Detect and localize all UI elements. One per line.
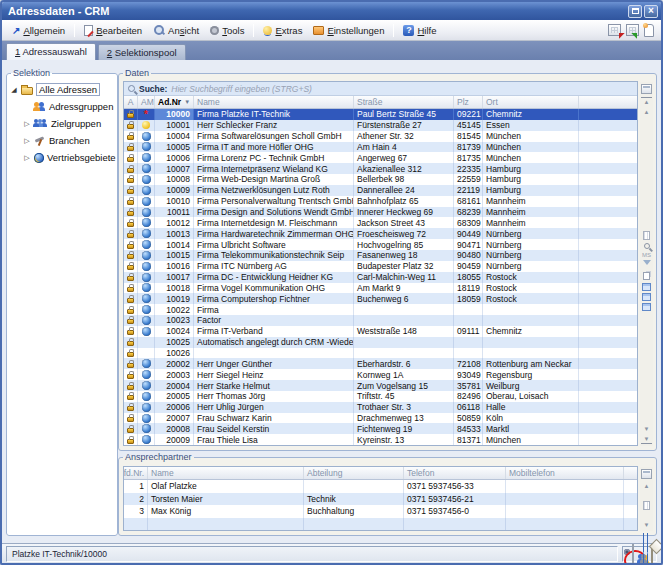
column-chooser-icon[interactable]	[641, 84, 652, 94]
scroll-top-icon[interactable]: ▲	[641, 97, 652, 106]
address-row[interactable]: 10012Firma Internetdesign M. Fleischmann…	[124, 217, 637, 228]
address-row[interactable]: 20003Herr Siegel HeinzKornweg 1A93049Reg…	[124, 369, 637, 380]
address-row[interactable]: 20006Herr Uhlig JürgenTrothaer Str. 3061…	[124, 402, 637, 413]
column-header-ad-nr[interactable]: Ad.Nr▼	[155, 96, 194, 108]
address-row[interactable]: 20004Herr Starke HelmutZum Vogelsang 153…	[124, 380, 637, 391]
tree-item-branchen[interactable]: ▷Branchen	[10, 132, 116, 149]
contact-row[interactable]: 1Olaf Platzke0371 5937456-33	[124, 480, 637, 493]
tree-item-alle-adressen[interactable]: ◢Alle Adressen	[10, 81, 116, 98]
expander-collapsed[interactable]: ▷	[23, 154, 31, 162]
address-row[interactable]: 10018Firma Vogel Kommunikation OHGAm Mar…	[124, 283, 637, 294]
column-header-ort[interactable]: Ort	[483, 96, 579, 108]
address-row[interactable]: 20005Herr Thomas JörgTriftstr. 4582496Ob…	[124, 391, 637, 402]
address-row[interactable]: 10004Firma Softwarelösungen Scholl GmbHA…	[124, 131, 637, 142]
address-row[interactable]: 10023Factor	[124, 315, 637, 326]
address-row[interactable]: 10025Automatisch angelegt durch CRM -Wie…	[124, 337, 637, 348]
search-input[interactable]	[171, 84, 637, 94]
address-row[interactable]: 10026	[124, 348, 637, 359]
contact-row[interactable]: 3Max KönigBuchhaltung0371 5937456-0	[124, 505, 637, 518]
menu-tools[interactable]: Tools	[205, 24, 249, 37]
zip-cell: 68239	[454, 207, 483, 218]
address-row[interactable]: 20009Frau Thiele LisaKyreinstr. 1381371M…	[124, 434, 637, 445]
search-label: Suche:	[139, 84, 167, 94]
address-row[interactable]: 10010Firma Personalverwaltung Trentsch G…	[124, 196, 637, 207]
address-row[interactable]: 10019Firma Computershop FichtnerBuchenwe…	[124, 293, 637, 304]
scroll-down-icon[interactable]: ▼	[641, 425, 652, 433]
address-row[interactable]: 10008Firma Web-Design Martina GroßBeller…	[124, 174, 637, 185]
contact-column-header-name[interactable]: Name	[148, 467, 304, 479]
layout-2-icon[interactable]	[642, 293, 651, 301]
filter-icon[interactable]	[643, 260, 651, 269]
contact-column-header-telefon[interactable]: Telefon	[404, 467, 506, 479]
address-row[interactable]: 10005Firma IT and more Höfler OHGAm Hain…	[124, 142, 637, 153]
expander-expanded[interactable]: ◢	[10, 86, 18, 94]
address-row[interactable]: 20002Herr Unger GüntherEberhardstr. 6721…	[124, 358, 637, 369]
address-row[interactable]: 10017Firma DC - Entwicklung Heidner KGCa…	[124, 272, 637, 283]
table-import-icon[interactable]	[626, 24, 639, 36]
address-row[interactable]: 10015Firma Telekommunikationstechnik Sei…	[124, 250, 637, 261]
tree-item-adressgruppen[interactable]: Adressgruppen	[10, 98, 116, 115]
menu-ansicht[interactable]: Ansicht	[148, 24, 204, 37]
address-row[interactable]: 10016Firma ITC Nürnberg AGBudapester Pla…	[124, 261, 637, 272]
restore-button[interactable]	[628, 5, 642, 18]
layout-1-icon[interactable]	[642, 283, 651, 291]
scroll-up-icon[interactable]: ▲	[641, 482, 652, 490]
address-row[interactable]: 10014Firma Ulbricht SoftwareHochvogelrin…	[124, 239, 637, 250]
expander-collapsed[interactable]: ▷	[23, 120, 31, 128]
copy-icon[interactable]	[643, 272, 650, 280]
contact-column-header-filler[interactable]	[624, 467, 637, 479]
contact-column-header-mobiltelefon[interactable]: Mobiltelefon	[506, 467, 624, 479]
column-chooser-icon[interactable]	[641, 469, 652, 479]
address-row[interactable]: 10009Firma Netzwerklösungen Lutz RothDan…	[124, 185, 637, 196]
tab-1-adressauswahl[interactable]: 1 Adressauswahl	[6, 43, 96, 60]
mail-icon[interactable]	[651, 545, 653, 563]
new-document-icon[interactable]	[644, 24, 654, 37]
scroll-bottom-icon[interactable]: ▼	[641, 435, 652, 444]
address-row[interactable]: 10001Herr Schlecker FranzFürstenstraße 2…	[124, 120, 637, 131]
column-header-name[interactable]: Name	[194, 96, 354, 108]
menu-extras[interactable]: Extras	[258, 24, 307, 37]
menu-allgemein[interactable]: Allgemein	[7, 24, 70, 37]
address-row[interactable]: *10000Firma Platzke IT-TechnikPaul Bertz…	[124, 109, 637, 120]
address-row[interactable]: 20007Frau Schwarz KarinDrachmenweg 13508…	[124, 413, 637, 424]
menu-einstellungen[interactable]: Einstellungen	[308, 24, 389, 37]
contact-column-header-lfd-nr[interactable]: Lfd.Nr.	[124, 467, 148, 479]
contact-column-header-abteilung[interactable]: Abteilung	[304, 467, 404, 479]
layout-3-icon[interactable]	[642, 303, 651, 311]
column-header-a[interactable]: A	[124, 96, 138, 108]
scroll-up-icon[interactable]: ▲	[641, 108, 652, 116]
address-row[interactable]: 10022Firma	[124, 304, 637, 315]
tree-item-zielgruppen[interactable]: ▷Zielgruppen	[10, 115, 116, 132]
column-header-filler[interactable]	[579, 96, 637, 108]
address-row[interactable]: 10013Firma Hardwaretechnik Zimmerman OHG…	[124, 228, 637, 239]
address-row[interactable]: 20008Frau Seidel KerstinFichtenweg 19845…	[124, 423, 637, 434]
tree-item-vertriebsgebiete[interactable]: ▷Vertriebsgebiete	[10, 149, 116, 166]
name-cell: Firma Softwarelösungen Scholl GmbH	[194, 131, 354, 142]
contacts-grid-header[interactable]: Lfd.Nr.NameAbteilungTelefonMobiltelefon	[124, 467, 637, 480]
ms-icon[interactable]: MS	[642, 252, 651, 258]
address-row[interactable]: 10024Firma IT-VerbandWeststraße 14809111…	[124, 326, 637, 337]
contact-row[interactable]	[124, 518, 637, 531]
address-row[interactable]: 10006Firma Lorenz PC - Technik GmbHAnger…	[124, 152, 637, 163]
window-icon[interactable]	[643, 534, 644, 565]
lock-icon	[127, 298, 134, 303]
scroll-down-icon[interactable]: ▼	[641, 521, 652, 529]
address-row[interactable]: 10011Firma Design and Solutions Wendt Gm…	[124, 207, 637, 218]
grip-icon[interactable]	[643, 501, 650, 510]
address-grid-header[interactable]: AAMAd.Nr▼NameStraßePlzOrt	[124, 96, 637, 109]
tab-2-selektionspool[interactable]: 2 Selektionspool	[98, 44, 186, 60]
menu-bearbeiten[interactable]: Bearbeiten	[79, 24, 147, 37]
contact-row[interactable]: 2Torsten MaierTechnik0371 5937456-21	[124, 493, 637, 506]
grip-icon[interactable]	[632, 545, 634, 563]
grip-icon[interactable]	[643, 231, 650, 240]
menu-hilfe[interactable]: Hilfe	[398, 24, 441, 37]
address-row[interactable]: 10007Firma Internetpräsenz Wieland KGAka…	[124, 163, 637, 174]
expander-collapsed[interactable]: ▷	[23, 137, 31, 145]
column-header-plz[interactable]: Plz	[454, 96, 483, 108]
close-button[interactable]: ×	[644, 5, 658, 18]
column-header-stra-e[interactable]: Straße	[354, 96, 454, 108]
column-header-am[interactable]: AM	[138, 96, 155, 108]
window2-icon[interactable]	[647, 534, 648, 565]
table-export-icon[interactable]	[608, 24, 621, 36]
search-icon[interactable]	[644, 243, 650, 249]
